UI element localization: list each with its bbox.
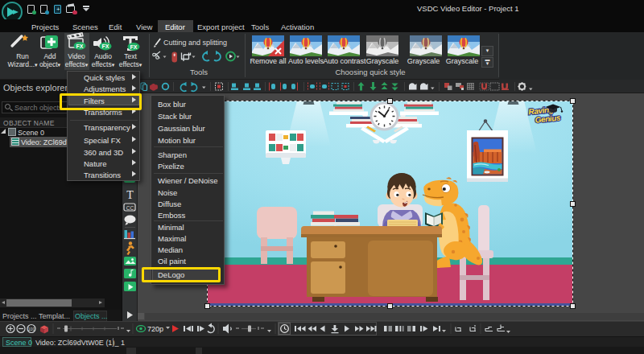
svg-text:T: T (126, 189, 134, 201)
svg-text:Cutting and splitting: Cutting and splitting (163, 39, 227, 47)
svg-text:FX: FX (76, 43, 84, 49)
svg-text:100: 100 (28, 327, 35, 331)
svg-text:FX: FX (130, 44, 138, 50)
svg-text:720p: 720p (147, 325, 163, 333)
svg-text:FX: FX (102, 43, 109, 49)
svg-text:CC: CC (126, 205, 134, 211)
svg-text:Tools: Tools (190, 68, 208, 76)
svg-text:Choosing quick style: Choosing quick style (335, 68, 405, 76)
